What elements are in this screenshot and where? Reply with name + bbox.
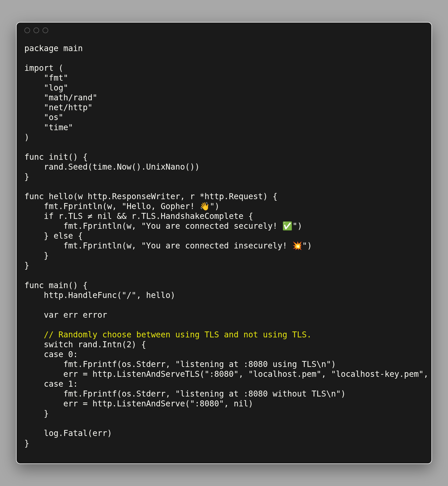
token-plain: r.TLS ≠ bbox=[54, 211, 97, 221]
token-string: "listening at :8080 without TLS\n" bbox=[175, 389, 341, 398]
code-editor[interactable]: package main import ( "fmt" "log" "math/… bbox=[17, 38, 431, 463]
token-plain: ) bbox=[24, 133, 29, 142]
code-line: } bbox=[24, 260, 424, 270]
token-plain bbox=[24, 103, 44, 112]
token-ident: main bbox=[63, 44, 83, 53]
token-plain: log.Fatal(err) bbox=[24, 428, 112, 438]
token-keyword: func bbox=[24, 152, 44, 162]
terminal-window: package main import ( "fmt" "log" "math/… bbox=[16, 22, 432, 464]
token-plain: err bbox=[58, 310, 83, 320]
token-plain: () { bbox=[68, 281, 88, 290]
token-plain: http.HandleFunc( bbox=[24, 290, 122, 300]
token-plain: fmt.Fprintf(os.Stderr, bbox=[24, 389, 175, 398]
token-func: main bbox=[49, 281, 68, 290]
token-plain: , bbox=[224, 399, 234, 408]
code-line: func main() { bbox=[24, 280, 424, 290]
token-string: "time" bbox=[44, 123, 73, 132]
token-plain: ) bbox=[307, 241, 312, 250]
token-plain bbox=[24, 113, 44, 122]
token-plain: { bbox=[73, 231, 83, 240]
token-plain bbox=[44, 152, 49, 162]
token-string: "localhost.pem" bbox=[248, 369, 321, 379]
token-string: "math/rand" bbox=[44, 93, 97, 102]
token-number: 2 bbox=[127, 340, 131, 349]
code-line: err = http.ListenAndServeTLS(":8080", "l… bbox=[24, 369, 424, 379]
token-string: "Hello, Gopher! 👋" bbox=[122, 202, 215, 211]
token-string: ":8080" bbox=[190, 399, 224, 408]
code-line bbox=[24, 182, 424, 191]
token-string: "log" bbox=[44, 83, 68, 92]
code-line bbox=[24, 142, 424, 152]
token-plain: && r.TLS.HandshakeComplete { bbox=[112, 211, 253, 221]
token-keyword: nil bbox=[97, 211, 112, 221]
token-plain bbox=[44, 281, 49, 290]
minimize-icon[interactable] bbox=[33, 27, 39, 33]
token-plain: } bbox=[24, 251, 49, 260]
token-plain: ) bbox=[248, 399, 253, 408]
code-line: rand.Seed(time.Now().UnixNano()) bbox=[24, 162, 424, 172]
token-plain: ) bbox=[297, 221, 302, 231]
token-plain bbox=[24, 330, 44, 339]
token-plain bbox=[24, 340, 44, 349]
code-line: "net/http" bbox=[24, 102, 424, 112]
code-line: fmt.Fprintln(w, "Hello, Gopher! 👋") bbox=[24, 201, 424, 211]
token-comment: // Randomly choose between using TLS and… bbox=[44, 330, 312, 339]
close-icon[interactable] bbox=[24, 27, 30, 33]
code-line: "time" bbox=[24, 122, 424, 132]
token-func: init bbox=[49, 152, 68, 162]
token-plain bbox=[44, 192, 49, 201]
token-plain: fmt.Fprintln(w, bbox=[24, 202, 122, 211]
token-string: ":8080" bbox=[205, 369, 239, 379]
token-keyword: var bbox=[44, 310, 58, 320]
token-plain: } bbox=[24, 172, 29, 181]
token-plain: ( bbox=[54, 63, 64, 73]
token-plain: } bbox=[24, 231, 54, 240]
code-line: fmt.Fprintln(w, "You are connected secur… bbox=[24, 221, 424, 231]
code-line: "math/rand" bbox=[24, 93, 424, 102]
token-plain bbox=[24, 350, 44, 359]
token-plain bbox=[24, 123, 44, 132]
code-line bbox=[24, 300, 424, 310]
code-line: var err error bbox=[24, 310, 424, 320]
token-plain: } bbox=[24, 261, 29, 270]
code-line: "log" bbox=[24, 83, 424, 93]
token-string: "You are connected insecurely! 💥" bbox=[141, 241, 307, 250]
code-line bbox=[24, 53, 424, 63]
code-line: func hello(w http.ResponseWriter, r *htt… bbox=[24, 191, 424, 201]
code-line: http.HandleFunc("/", hello) bbox=[24, 290, 424, 300]
code-line: ) bbox=[24, 132, 424, 142]
token-number: 0 bbox=[68, 350, 73, 359]
token-plain: ) { bbox=[131, 340, 146, 349]
code-line: } bbox=[24, 408, 424, 418]
token-plain: () { bbox=[68, 152, 88, 162]
token-keyword: func bbox=[24, 281, 44, 290]
token-keyword: case bbox=[44, 350, 63, 359]
code-line: case 0: bbox=[24, 349, 424, 359]
token-plain: fmt.Fprintln(w, bbox=[24, 221, 141, 231]
code-line: } bbox=[24, 438, 424, 448]
code-line: fmt.Fprintln(w, "You are connected insec… bbox=[24, 241, 424, 251]
token-plain bbox=[63, 350, 68, 359]
code-line bbox=[24, 418, 424, 428]
token-string: "localhost-key.pem" bbox=[331, 369, 424, 379]
token-plain bbox=[24, 93, 44, 102]
code-line bbox=[24, 320, 424, 330]
token-string: "listening at :8080 using TLS\n" bbox=[175, 359, 331, 369]
code-line: // Randomly choose between using TLS and… bbox=[24, 330, 424, 339]
maximize-icon[interactable] bbox=[43, 27, 48, 33]
token-plain: fmt.Fprintf(os.Stderr, bbox=[24, 359, 175, 369]
token-string: "You are connected securely! ✅" bbox=[141, 221, 297, 231]
token-plain bbox=[24, 211, 44, 221]
code-line: switch rand.Intn(2) { bbox=[24, 339, 424, 349]
token-plain: : bbox=[73, 379, 78, 388]
code-line: fmt.Fprintf(os.Stderr, "listening at :80… bbox=[24, 359, 424, 369]
token-keyword: import bbox=[24, 63, 54, 73]
token-keyword: case bbox=[44, 379, 63, 388]
token-plain: ) bbox=[331, 359, 336, 369]
token-string: "fmt" bbox=[44, 73, 68, 82]
token-keyword: nil bbox=[234, 399, 248, 408]
code-line: err = http.ListenAndServe(":8080", nil) bbox=[24, 399, 424, 408]
code-line: "os" bbox=[24, 112, 424, 122]
code-line: func init() { bbox=[24, 152, 424, 162]
token-plain: , bbox=[424, 369, 432, 379]
